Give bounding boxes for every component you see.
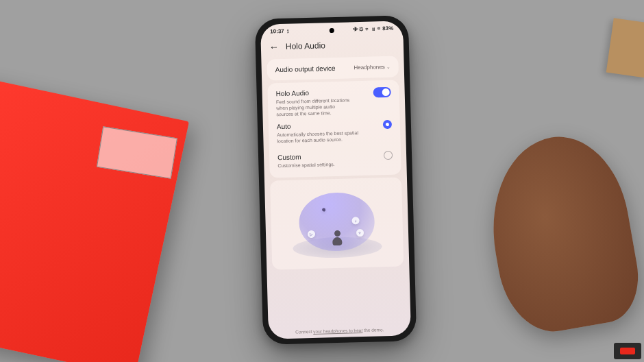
spatial-dome-illustration: ♪ ▷ ᯤ (292, 191, 382, 258)
mode-auto-radio[interactable] (383, 120, 392, 129)
chevron-down-icon: ⌄ (386, 64, 391, 69)
status-time: 10:37 (270, 28, 284, 35)
mode-custom-desc: Customise spatial settings. (277, 160, 384, 169)
avatar-icon (332, 230, 343, 245)
status-left-icons: ⟟ (287, 28, 289, 34)
holo-audio-title: Holo Audio (276, 88, 373, 98)
output-device-card[interactable]: Audio output device Headphones ⌄ (267, 56, 399, 81)
page-title: Holo Audio (286, 40, 325, 51)
status-battery: 83% (382, 25, 393, 32)
background-object (606, 18, 644, 78)
mode-custom-radio[interactable] (384, 151, 393, 160)
watermark-badge (614, 343, 641, 359)
illustration-card: ♪ ▷ ᯤ (270, 177, 404, 269)
mode-auto-row[interactable]: Auto Automatically chooses the best spat… (277, 120, 393, 145)
output-device-label: Audio output device (275, 64, 336, 73)
mode-custom-row[interactable]: Custom Customise spatial settings. (277, 151, 393, 169)
product-box: 13 (0, 76, 189, 362)
box-number: 13 (0, 146, 10, 260)
back-button[interactable]: ← (269, 41, 279, 52)
page-header: ← Holo Audio (260, 32, 404, 56)
footer-link[interactable]: your headphones to hear (313, 328, 362, 334)
phone-screen: 10:37 ⟟ ✈ ⚙ ᯤ ⫴ ◫ 83% ← Holo Audio Audio… (260, 21, 411, 339)
box-label-sticker (97, 126, 177, 178)
hand (478, 127, 644, 339)
holo-audio-desc: Feel sound from different locations when… (276, 97, 374, 118)
footer-hint: Connect your headphones to hear the demo… (269, 326, 411, 335)
holo-settings-card: Holo Audio Feel sound from different loc… (267, 80, 401, 178)
output-device-value: Headphones ⌄ (354, 64, 391, 71)
status-right-icons: ✈ ⚙ ᯤ ⫴ ◫ (353, 26, 380, 32)
holo-audio-toggle-row[interactable]: Holo Audio Feel sound from different loc… (276, 87, 392, 118)
holo-audio-toggle[interactable] (373, 87, 391, 98)
phone-frame: 10:37 ⟟ ✈ ⚙ ᯤ ⫴ ◫ 83% ← Holo Audio Audio… (255, 15, 417, 345)
mode-auto-desc: Automatically chooses the best spatial l… (277, 129, 383, 144)
